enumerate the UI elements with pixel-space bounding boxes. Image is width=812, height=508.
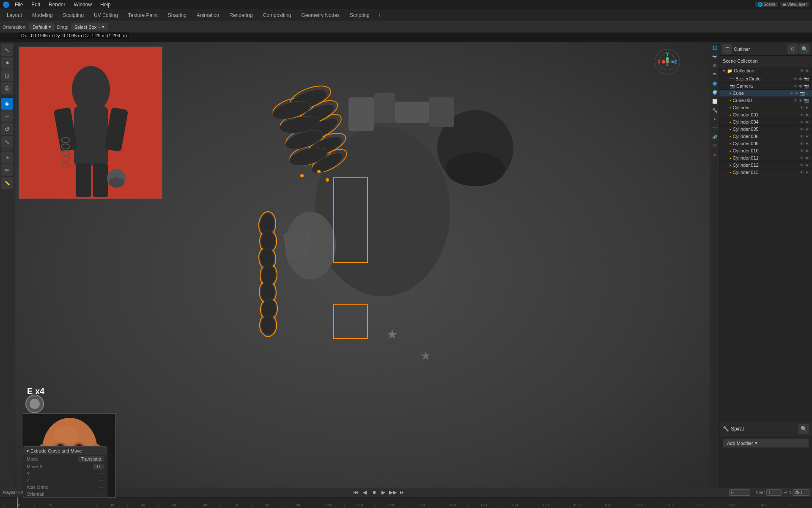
- constraints-properties-icon[interactable]: 🔗: [711, 133, 719, 141]
- tab-scripting[interactable]: Scripting: [345, 9, 375, 21]
- tab-layout[interactable]: Layout: [2, 9, 27, 21]
- restrict-icon[interactable]: ✱: [799, 84, 802, 88]
- restrict-icon[interactable]: ✱: [805, 141, 809, 146]
- step-back-button[interactable]: ◀: [361, 489, 369, 496]
- world-properties-icon[interactable]: 🌍: [711, 88, 719, 96]
- restrict-icon[interactable]: ✱: [805, 134, 809, 139]
- select-box-dropdown[interactable]: Select Box ~ ▾: [71, 23, 108, 30]
- tab-texture-paint[interactable]: Texture Paint: [123, 9, 163, 21]
- axis-ortho-value[interactable]: [99, 487, 104, 488]
- rotate-tool-button[interactable]: ↺: [1, 123, 13, 135]
- eye-icon[interactable]: 👁: [800, 141, 804, 146]
- material-properties-icon[interactable]: ●: [711, 151, 719, 158]
- outliner-item-cylinder013[interactable]: ▪ Cylinder.013 👁 ✱: [719, 169, 812, 176]
- restrict-icon[interactable]: ✱: [805, 113, 809, 117]
- menu-window[interactable]: Window: [70, 1, 95, 8]
- move-tool-button[interactable]: ↔: [1, 110, 13, 122]
- eye-icon[interactable]: 👁: [800, 163, 804, 168]
- eye-icon[interactable]: 👁: [793, 84, 798, 88]
- restrict-icon[interactable]: ✱: [805, 170, 809, 175]
- select-tool-button[interactable]: ✱: [1, 57, 13, 69]
- measure-tool-button[interactable]: 📏: [1, 177, 13, 189]
- orientation-value[interactable]: [99, 494, 104, 494]
- orientation-dropdown[interactable]: Default ▾: [29, 23, 55, 30]
- eye-icon[interactable]: 👁: [800, 134, 804, 139]
- eye-icon[interactable]: 👁: [800, 105, 804, 110]
- play-button[interactable]: ▶: [380, 489, 387, 496]
- eye-icon[interactable]: 👁: [800, 120, 804, 124]
- eye-icon[interactable]: 👁: [793, 77, 798, 81]
- end-frame-input[interactable]: [793, 489, 809, 496]
- eye-icon[interactable]: 👁: [800, 127, 804, 132]
- scene-selector[interactable]: 🌐 Scene: [755, 2, 778, 7]
- timeline-ruler[interactable]: 0 10 30 40 50 60 70 80 90 100 110 120 13…: [0, 497, 812, 508]
- outliner-item-cube001[interactable]: ▪ Cube.001 👁 ✱ 📷: [719, 97, 812, 104]
- restrict-icon[interactable]: ✱: [805, 120, 809, 124]
- modifier-properties-icon[interactable]: 🔧: [711, 106, 719, 114]
- outliner-item-cylinder001[interactable]: ▪ Cylinder.001 👁 ✱: [719, 111, 812, 119]
- cursor-tool-button[interactable]: ↖: [1, 44, 13, 56]
- output-properties-icon[interactable]: 🖥: [711, 62, 719, 69]
- eye-icon[interactable]: 👁: [800, 156, 804, 160]
- render-icon[interactable]: 📷: [804, 98, 809, 103]
- object-properties-icon[interactable]: ⬜: [711, 97, 719, 105]
- step-forward-button[interactable]: ▶▶: [389, 489, 397, 496]
- restrict-icon[interactable]: ✱: [805, 105, 809, 110]
- physics-properties-icon[interactable]: 〰: [711, 124, 719, 132]
- tab-compositing[interactable]: Compositing: [258, 9, 296, 21]
- outliner-item-cylinder011[interactable]: ▪ Cylinder.011 👁 ✱: [719, 155, 812, 162]
- restrict-icon[interactable]: ✱: [795, 91, 798, 96]
- eye-icon[interactable]: 👁: [790, 91, 794, 96]
- extra-icon[interactable]: ●: [806, 91, 809, 96]
- stop-button[interactable]: ■: [370, 489, 378, 496]
- outliner-item-cylinder012[interactable]: ▪ Cylinder.012 👁 ✱: [719, 162, 812, 169]
- eye-icon[interactable]: 👁: [800, 69, 804, 73]
- tab-uv-editing[interactable]: UV Editing: [89, 9, 123, 21]
- outliner-item-cylinder009[interactable]: ▪ Cylinder.009 👁 ✱: [719, 140, 812, 147]
- outliner-item-cylinder[interactable]: ▪ Cylinder 👁 ✱: [719, 104, 812, 111]
- jump-to-end-button[interactable]: ⏭: [398, 489, 406, 496]
- transform-tool-button[interactable]: ⊕: [1, 152, 13, 163]
- navigation-gizmo[interactable]: X Y Z: [655, 49, 680, 75]
- circle-select-button[interactable]: ◎: [1, 82, 13, 94]
- playhead[interactable]: [17, 497, 18, 508]
- restrict-icon[interactable]: ✱: [805, 156, 809, 160]
- search-outliner-icon[interactable]: 🔍: [799, 44, 809, 54]
- tab-animation[interactable]: Animation: [192, 9, 224, 21]
- render-properties-icon[interactable]: 📷: [711, 53, 719, 61]
- menu-render[interactable]: Render: [45, 1, 69, 8]
- move-z-value[interactable]: [99, 480, 104, 481]
- menu-file[interactable]: File: [11, 1, 26, 8]
- annotate-tool-button[interactable]: ✏: [1, 164, 13, 176]
- render-icon[interactable]: 📷: [800, 91, 805, 96]
- view-layer-selector[interactable]: ☰ ViewLayer: [780, 2, 809, 7]
- outliner-item-cylinder010[interactable]: ▪ Cylinder.010 👁 ✱: [719, 147, 812, 155]
- view-layer-properties-icon[interactable]: ☰: [711, 71, 719, 78]
- box-select-button[interactable]: ⊡: [1, 69, 13, 81]
- add-modifier-button[interactable]: Add Modifier ▾: [723, 439, 809, 447]
- eye-icon[interactable]: 👁: [800, 113, 804, 117]
- outliner-item-camera[interactable]: 📷 Camera 👁 ✱ 📷: [719, 83, 812, 90]
- tab-modeling[interactable]: Modeling: [27, 9, 58, 21]
- tab-rendering[interactable]: Rendering: [224, 9, 258, 21]
- data-properties-icon[interactable]: 〄: [711, 142, 719, 149]
- scale-tool-button[interactable]: ⤡: [1, 136, 13, 148]
- restrict-icon[interactable]: ✱: [805, 149, 809, 153]
- outliner-item-beziercircle[interactable]: 〰 BezierCircle 👁 ✱ 📷: [719, 75, 812, 83]
- viewport-container[interactable]: ★ ★ X Y Z: [14, 42, 710, 506]
- restrict-icon[interactable]: ✱: [805, 127, 809, 132]
- eye-icon[interactable]: 👁: [800, 149, 804, 153]
- move-x-value[interactable]: -0.: [93, 464, 104, 469]
- particles-properties-icon[interactable]: ✦: [711, 115, 719, 123]
- outliner-item-cylinder006[interactable]: ▪ Cylinder.006 👁 ✱: [719, 133, 812, 140]
- menu-edit[interactable]: Edit: [28, 1, 44, 8]
- menu-help[interactable]: Help: [97, 1, 114, 8]
- mode-value[interactable]: Translatio: [78, 456, 104, 462]
- filter-icon[interactable]: ⊟: [787, 44, 798, 54]
- add-workspace-button[interactable]: +: [375, 11, 384, 20]
- eye-icon[interactable]: 👁: [793, 98, 798, 103]
- pointer-icon[interactable]: ✱: [805, 69, 809, 73]
- tab-shading[interactable]: Shading: [163, 9, 192, 21]
- restrict-icon[interactable]: ✱: [799, 77, 802, 81]
- outliner-item-cylinder004[interactable]: ▪ Cylinder.004 👁 ✱: [719, 119, 812, 126]
